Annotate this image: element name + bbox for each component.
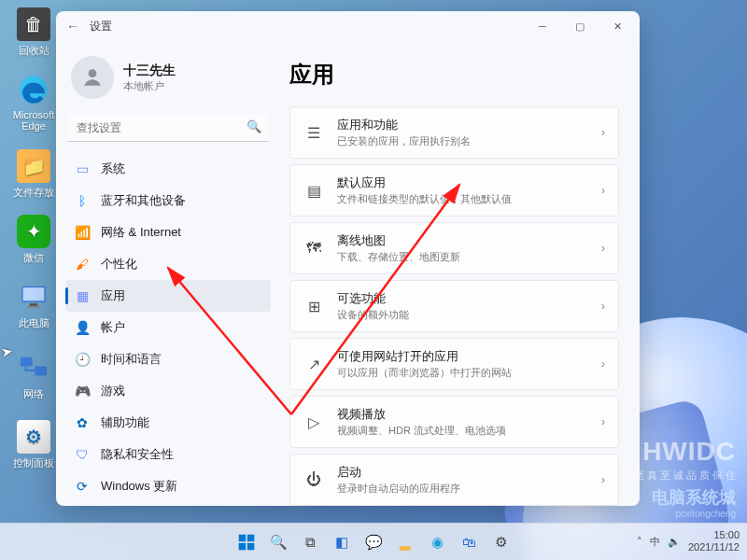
search-icon: 🔍	[247, 119, 261, 133]
user-sub: 本地帐户	[123, 79, 176, 93]
nav-icon: 📶	[75, 225, 90, 240]
cards-container: ☰应用和功能已安装的应用，应用执行别名›▤默认应用文件和链接类型的默认值，其他默…	[289, 106, 619, 506]
nav-item-0[interactable]: ▭系统	[65, 153, 271, 185]
card-6[interactable]: ⏻启动登录时自动启动的应用程序›	[289, 454, 619, 506]
system-tray[interactable]: ˄ 中 🔈 15:002021/11/12	[637, 523, 740, 560]
settings-taskbar-icon[interactable]: ⚙	[487, 529, 514, 555]
desktop-icon-recycle[interactable]: 🗑回收站	[7, 7, 60, 58]
chevron-right-icon: ›	[601, 473, 605, 486]
taskview-icon[interactable]: ⧉	[297, 529, 323, 555]
chevron-right-icon: ›	[601, 357, 605, 371]
svg-rect-4	[27, 306, 40, 308]
store-icon[interactable]: 🛍	[456, 529, 482, 555]
svg-rect-5	[21, 357, 33, 367]
nav-label: 个性化	[101, 256, 137, 273]
window-title: 设置	[86, 19, 112, 35]
nav-item-7[interactable]: 🎮游戏	[65, 375, 271, 407]
nav-item-5[interactable]: 👤帐户	[65, 312, 271, 343]
nav-label: 时间和语言	[101, 351, 162, 368]
sidebar: 十三先生 本地帐户 🔍 ▭系统ᛒ蓝牙和其他设备📶网络 & Internet🖌个性…	[56, 41, 280, 506]
tray-chevron-icon[interactable]: ˄	[637, 536, 642, 548]
desktop-icon-wechat[interactable]: ✦微信	[7, 215, 60, 265]
search-box[interactable]: 🔍	[67, 114, 269, 142]
chevron-right-icon: ›	[601, 126, 605, 139]
volume-icon[interactable]: 🔈	[668, 536, 681, 548]
card-title: 应用和功能	[337, 117, 601, 133]
card-icon: ☰	[303, 124, 324, 142]
main-panel: 应用 ☰应用和功能已安装的应用，应用执行别名›▤默认应用文件和链接类型的默认值，…	[280, 41, 640, 506]
svg-rect-12	[239, 542, 246, 550]
desktop-icon-folder[interactable]: 📁文件存放	[7, 149, 60, 200]
control-panel-icon: ⚙	[17, 420, 50, 454]
card-title: 可使用网站打开的应用	[337, 348, 601, 365]
desktop-icon-edge[interactable]: Microsoft Edge	[7, 73, 60, 132]
nav-item-4[interactable]: ▦应用	[65, 280, 271, 312]
edge-taskbar-icon[interactable]: ◉	[424, 529, 450, 555]
nav-item-6[interactable]: 🕘时间和语言	[65, 343, 271, 375]
svg-rect-10	[239, 534, 246, 541]
clock[interactable]: 15:002021/11/12	[688, 529, 740, 553]
card-sub: 下载、存储位置、地图更新	[337, 250, 601, 264]
nav-item-3[interactable]: 🖌个性化	[65, 248, 271, 280]
nav-item-10[interactable]: ⟳Windows 更新	[65, 470, 271, 502]
card-4[interactable]: ↗可使用网站打开的应用可以应用（而非浏览器）中打开的网站›	[289, 338, 619, 390]
chevron-right-icon: ›	[601, 184, 605, 197]
nav-icon: 🛡	[75, 447, 90, 462]
close-button[interactable]: ✕	[599, 13, 636, 39]
chat-icon[interactable]: 💬	[360, 529, 387, 555]
nav-icon: 🖌	[75, 257, 90, 272]
desktop-icon-thispc[interactable]: 此电脑	[7, 280, 60, 330]
search-input[interactable]	[67, 114, 269, 142]
card-2[interactable]: 🗺离线地图下载、存储位置、地图更新›	[289, 222, 619, 274]
card-icon: ▷	[303, 413, 324, 431]
svg-rect-13	[247, 542, 255, 550]
maximize-button[interactable]: ▢	[561, 13, 599, 39]
user-name: 十三先生	[123, 63, 176, 79]
taskbar-search-icon[interactable]: 🔍	[265, 529, 291, 555]
nav-item-8[interactable]: ✿辅助功能	[65, 407, 271, 439]
card-5[interactable]: ▷视频播放视频调整、HDR 流式处理、电池选项›	[289, 396, 619, 448]
wechat-icon: ✦	[17, 215, 50, 248]
minimize-button[interactable]: ─	[524, 13, 561, 39]
card-3[interactable]: ⊞可选功能设备的额外功能›	[289, 280, 619, 332]
back-button[interactable]: ←	[60, 19, 86, 34]
card-0[interactable]: ☰应用和功能已安装的应用，应用执行别名›	[289, 106, 619, 159]
nav-icon: ✿	[75, 415, 90, 430]
card-title: 默认应用	[337, 175, 601, 191]
network-icon	[17, 351, 50, 385]
nav-label: 蓝牙和其他设备	[101, 192, 186, 209]
trash-icon: 🗑	[17, 7, 50, 41]
desktop-icon-control[interactable]: ⚙控制面板	[7, 420, 60, 470]
card-sub: 登录时自动启动的应用程序	[337, 482, 601, 496]
card-icon: 🗺	[303, 240, 324, 257]
nav-item-2[interactable]: 📶网络 & Internet	[65, 217, 271, 248]
nav-icon: 👤	[75, 320, 90, 335]
desktop-icon-network[interactable]: 网络	[7, 351, 60, 401]
card-sub: 可以应用（而非浏览器）中打开的网站	[337, 366, 601, 380]
chevron-right-icon: ›	[601, 415, 605, 428]
nav-label: 辅助功能	[101, 414, 149, 431]
nav-item-1[interactable]: ᛒ蓝牙和其他设备	[65, 185, 271, 217]
card-title: 可选功能	[337, 290, 601, 307]
ime-icon[interactable]: 中	[650, 535, 660, 549]
card-icon: ▤	[303, 182, 324, 200]
nav-icon: 🕘	[75, 352, 90, 367]
folder-icon: 📁	[17, 149, 50, 183]
nav-label: 系统	[101, 161, 125, 177]
nav-label: 网络 & Internet	[101, 224, 181, 241]
card-title: 启动	[337, 464, 601, 481]
nav-label: 隐私和安全性	[101, 446, 174, 463]
nav-item-9[interactable]: 🛡隐私和安全性	[65, 439, 271, 470]
start-button[interactable]	[233, 529, 260, 555]
card-title: 离线地图	[337, 232, 601, 249]
user-block[interactable]: 十三先生 本地帐户	[65, 49, 271, 114]
svg-rect-3	[30, 303, 38, 306]
widgets-icon[interactable]: ◧	[329, 529, 355, 555]
card-1[interactable]: ▤默认应用文件和链接类型的默认值，其他默认值›	[289, 164, 619, 217]
svg-rect-2	[23, 287, 45, 301]
card-title: 视频播放	[337, 406, 601, 423]
desktop: 🗑回收站 Microsoft Edge 📁文件存放 ✦微信 此电脑 网络 ⚙控制…	[0, 0, 747, 560]
svg-rect-6	[35, 367, 47, 376]
explorer-icon[interactable]: ▂	[392, 529, 418, 555]
nav-icon: ᛒ	[75, 193, 90, 208]
